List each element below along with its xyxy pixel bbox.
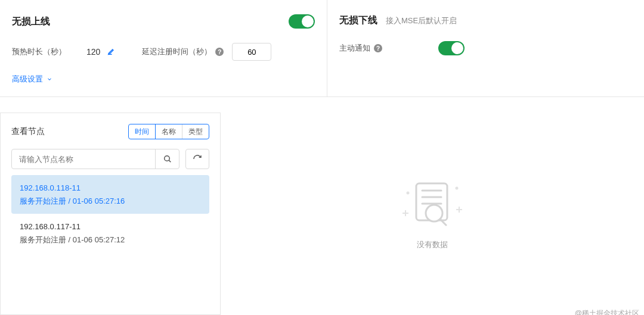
nodes-title: 查看节点 [11,126,45,137]
svg-point-8 [407,192,410,195]
proactive-notify-toggle[interactable] [438,41,465,55]
empty-text: 没有数据 [417,239,448,250]
node-ip: 192.168.0.117-11 [20,221,201,233]
lossless-offline-subtitle: 接入MSE后默认开启 [386,15,457,26]
delay-reg-input[interactable] [232,43,271,61]
lossless-online-panel: 无损上线 预热时长（秒） 120 延迟注册时间（秒） ? 高级设置 [0,0,327,96]
node-sub: 服务开始注册 / 01-06 05:27:12 [20,234,201,246]
list-item[interactable]: 192.168.0.118-11 服务开始注册 / 01-06 05:27:16 [11,175,209,214]
empty-state: 没有数据 [400,177,465,250]
node-sub: 服务开始注册 / 01-06 05:27:16 [20,195,201,207]
list-item[interactable]: 192.168.0.117-11 服务开始注册 / 01-06 05:27:12 [11,214,209,252]
search-wrap [11,149,179,169]
watermark: @稀土掘金技术社区 [575,308,639,315]
edit-icon[interactable] [107,47,116,57]
svg-line-1 [169,160,171,162]
chevron-down-icon [47,75,52,84]
tab-time[interactable]: 时间 [129,124,156,139]
node-ip: 192.168.0.118-11 [20,182,201,194]
advanced-settings-label: 高级设置 [12,74,43,85]
svg-point-9 [456,187,459,190]
empty-icon [400,177,465,231]
tab-name[interactable]: 名称 [156,124,182,139]
lossless-online-toggle[interactable] [289,14,315,29]
search-button[interactable] [155,149,179,169]
help-icon[interactable]: ? [215,48,224,56]
delay-reg-label: 延迟注册时间（秒） [142,46,212,57]
nodes-panel: 查看节点 时间 名称 类型 192.168.0.118-11 服务开始注册 / … [0,113,221,315]
advanced-settings-link[interactable]: 高级设置 [12,74,52,85]
nodes-list: 192.168.0.118-11 服务开始注册 / 01-06 05:27:16… [11,175,209,252]
search-input[interactable] [12,149,155,169]
svg-point-0 [164,156,169,161]
warmup-value: 120 [86,47,100,57]
nodes-tab-group: 时间 名称 类型 [128,124,209,139]
help-icon[interactable]: ? [374,44,382,52]
tab-type[interactable]: 类型 [182,124,209,139]
lossless-online-title: 无损上线 [12,15,50,28]
warmup-label: 预热时长（秒） [12,46,66,57]
proactive-notify-label: 主动通知 [339,43,370,54]
detail-panel: 没有数据 @稀土掘金技术社区 [221,113,644,315]
lossless-offline-title: 无损下线 [339,14,377,27]
lossless-offline-panel: 无损下线 接入MSE后默认开启 主动通知 ? [327,0,644,96]
refresh-button[interactable] [185,149,209,169]
